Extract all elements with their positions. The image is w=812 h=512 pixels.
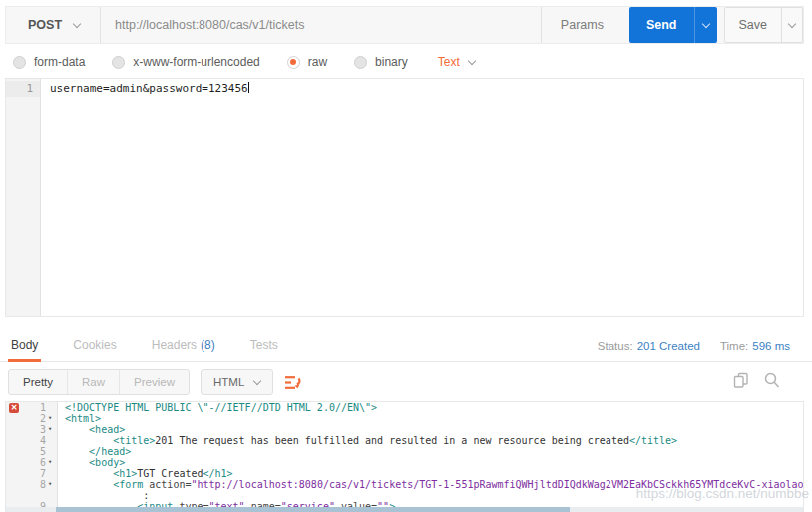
body-mode-label: form-data xyxy=(34,55,85,69)
tab-label: Body xyxy=(11,338,38,352)
gutter-cell: 8▾ xyxy=(6,479,58,490)
code-segment: "http://localhost:8080/cas/v1/tickets/TG… xyxy=(191,479,804,490)
response-actions xyxy=(733,372,780,389)
text-cursor xyxy=(248,82,249,93)
save-label[interactable]: Save xyxy=(725,8,782,42)
save-button[interactable]: Save xyxy=(724,7,804,43)
view-tab-raw[interactable]: Raw xyxy=(68,370,120,394)
code-segment: : xyxy=(65,490,149,501)
body-mode-label: binary xyxy=(375,55,408,69)
gutter-cell: 3▾ xyxy=(6,424,58,435)
error-icon: ✕ xyxy=(9,403,19,413)
method-label: POST xyxy=(28,18,62,32)
body-mode-label: x-www-form-urlencoded xyxy=(133,55,259,69)
gutter-cell: 4 xyxy=(6,435,58,446)
time-value: 596 ms xyxy=(752,340,790,352)
method-dropdown[interactable]: POST xyxy=(6,7,101,43)
radio-icon xyxy=(13,56,26,69)
gutter-cell: 6▾ xyxy=(6,457,58,468)
chevron-down-icon xyxy=(468,56,476,64)
line-number: 7 xyxy=(40,468,46,479)
chevron-down-icon xyxy=(701,19,709,27)
body-mode-raw[interactable]: raw xyxy=(287,55,327,69)
body-mode-binary[interactable]: binary xyxy=(354,55,408,69)
view-tab-preview[interactable]: Preview xyxy=(120,370,189,394)
beautify-button[interactable] xyxy=(284,375,301,390)
request-body-text[interactable]: username=admin&password=123456 xyxy=(41,79,249,316)
save-dropdown[interactable] xyxy=(781,8,802,42)
code-segment: TGT Created xyxy=(137,468,203,479)
response-body-viewer[interactable]: ✕1<!DOCTYPE HTML PUBLIC \"-//IETF//DTD H… xyxy=(5,401,804,512)
response-code: ✕1<!DOCTYPE HTML PUBLIC \"-//IETF//DTD H… xyxy=(6,402,803,512)
code-segment: </h1> xyxy=(203,468,233,479)
horizontal-scrollbar[interactable] xyxy=(6,507,803,512)
fold-caret-icon[interactable]: ▾ xyxy=(46,424,54,435)
gutter-cell: ✕1 xyxy=(6,402,58,413)
code-text: <form action="http://localhost:8080/cas/… xyxy=(58,479,804,490)
code-line: : xyxy=(6,490,803,501)
response-status: Status:201 Created Time:596 ms xyxy=(598,329,790,362)
code-segment: <body> xyxy=(89,457,125,468)
code-segment: 201 The request has been fulfilled and r… xyxy=(155,435,629,446)
code-segment: <!DOCTYPE HTML PUBLIC \"-//IETF//DTD HTM… xyxy=(65,402,377,413)
gutter-cell xyxy=(6,490,58,501)
line-number: 5 xyxy=(40,446,46,457)
radio-icon xyxy=(112,56,125,69)
code-line: 5 </head> xyxy=(6,446,803,457)
body-mode-x-www-form-urlencoded[interactable]: x-www-form-urlencoded xyxy=(112,55,259,69)
code-segment: </head> xyxy=(89,446,131,457)
raw-type-dropdown[interactable]: Text xyxy=(438,55,475,69)
code-text: <head> xyxy=(58,424,125,435)
code-line: 7 <h1>TGT Created</h1> xyxy=(6,468,803,479)
fold-caret-icon[interactable]: ▾ xyxy=(46,413,54,424)
tab-label: Headers xyxy=(152,338,197,352)
tab-headers[interactable]: Headers(8) xyxy=(152,329,215,362)
tab-tests[interactable]: Tests xyxy=(250,329,278,362)
fold-caret-icon[interactable]: ▾ xyxy=(46,479,54,490)
code-line: 3▾ <head> xyxy=(6,424,803,435)
scrollbar-thumb[interactable] xyxy=(56,507,570,512)
code-line: ✕1<!DOCTYPE HTML PUBLIC \"-//IETF//DTD H… xyxy=(6,402,803,413)
copy-button[interactable] xyxy=(733,372,749,389)
request-bar: POST http://localhost:8080/cas/v1/ticket… xyxy=(5,6,804,44)
gutter-cell: 2▾ xyxy=(6,413,58,424)
view-tab-pretty[interactable]: Pretty xyxy=(9,370,68,394)
code-segment: <html> xyxy=(65,413,101,424)
line-number: 4 xyxy=(40,435,46,446)
code-text: <h1>TGT Created</h1> xyxy=(58,468,233,479)
request-body-editor[interactable]: 1 username=admin&password=123456 xyxy=(5,78,804,317)
code-segment: action= xyxy=(143,479,191,490)
gutter-cell: 7 xyxy=(6,468,58,479)
code-segment xyxy=(65,435,113,446)
fold-caret-icon[interactable]: ▾ xyxy=(46,457,54,468)
code-segment: </title> xyxy=(629,435,677,446)
time-badge: Time:596 ms xyxy=(720,340,790,352)
radio-icon xyxy=(287,56,300,69)
tab-label: Cookies xyxy=(73,338,116,352)
gutter-cell: 5 xyxy=(6,446,58,457)
params-button[interactable]: Params xyxy=(541,7,622,43)
code-segment: <form xyxy=(113,479,143,490)
send-label[interactable]: Send xyxy=(629,7,694,43)
code-line: 6▾ <body> xyxy=(6,457,803,468)
app-root: POST http://localhost:8080/cas/v1/ticket… xyxy=(0,0,812,512)
code-segment: <head> xyxy=(89,424,125,435)
format-dropdown[interactable]: HTML xyxy=(201,369,273,395)
code-segment: <h1> xyxy=(113,468,137,479)
code-segment xyxy=(65,424,89,435)
code-text: <!DOCTYPE HTML PUBLIC \"-//IETF//DTD HTM… xyxy=(58,402,377,413)
body-mode-row: form-datax-www-form-urlencodedrawbinary … xyxy=(13,51,475,73)
code-segment xyxy=(65,479,113,490)
url-input[interactable]: http://localhost:8080/cas/v1/tickets xyxy=(101,7,541,43)
search-button[interactable] xyxy=(764,372,780,389)
view-tab-group: PrettyRawPreview xyxy=(8,369,190,395)
beautify-icon xyxy=(284,375,301,390)
tab-body[interactable]: Body xyxy=(11,329,38,362)
copy-icon xyxy=(733,372,749,389)
status-badge: Status:201 Created xyxy=(598,340,700,352)
url-text: http://localhost:8080/cas/v1/tickets xyxy=(115,18,304,32)
send-dropdown[interactable] xyxy=(694,7,717,43)
tab-cookies[interactable]: Cookies xyxy=(73,329,116,362)
send-button[interactable]: Send xyxy=(629,7,717,43)
body-mode-form-data[interactable]: form-data xyxy=(13,55,85,69)
